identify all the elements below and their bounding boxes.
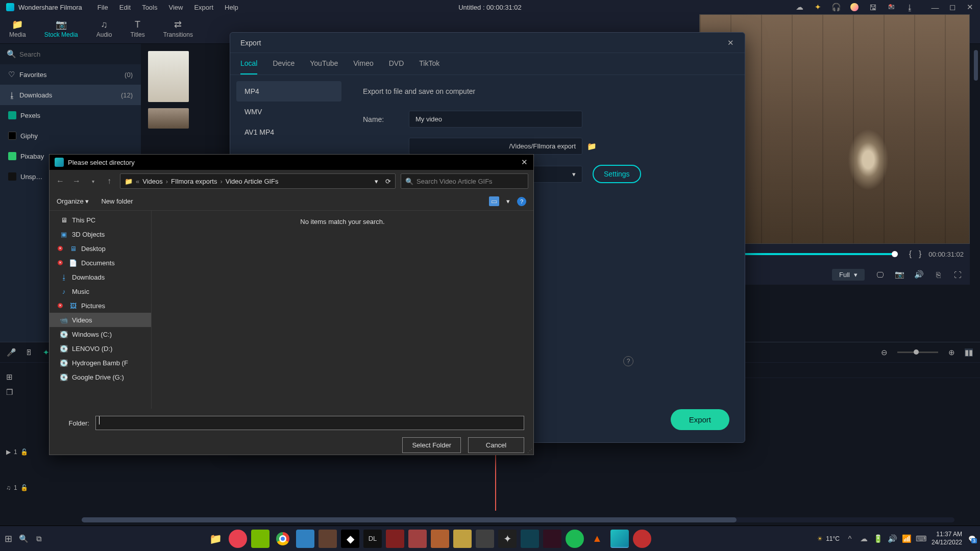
- app-icon[interactable]: [431, 530, 449, 548]
- avatar-icon[interactable]: [850, 3, 859, 11]
- audio-track-label[interactable]: ♫1🔓: [0, 475, 36, 500]
- tree-drive-g[interactable]: 💽Google Drive (G:): [50, 370, 151, 384]
- app-icon[interactable]: [386, 530, 404, 548]
- app-icon[interactable]: [521, 530, 539, 548]
- explorer-icon[interactable]: 📁: [206, 530, 225, 548]
- vlc-icon[interactable]: ▲: [588, 530, 606, 548]
- tool-media[interactable]: 📁Media: [9, 19, 26, 38]
- folder-browse-icon[interactable]: 📁: [587, 142, 596, 151]
- timeline-scrollbar[interactable]: [82, 517, 954, 522]
- select-folder-button[interactable]: Select Folder: [402, 437, 461, 453]
- mark-out-icon[interactable]: }: [919, 249, 921, 259]
- tab-tiktok[interactable]: TikTok: [419, 59, 439, 74]
- breadcrumb[interactable]: 📁 « Videos› FIlmora exports› Video Artic…: [120, 173, 396, 189]
- display-icon[interactable]: 🖵: [876, 270, 884, 279]
- help-icon[interactable]: ?: [517, 197, 526, 206]
- app-icon[interactable]: ✦: [498, 530, 517, 548]
- start-icon[interactable]: ⊞: [4, 535, 12, 543]
- snapshot-icon[interactable]: 📷: [895, 270, 903, 279]
- mixer-icon[interactable]: 🎚: [24, 348, 33, 357]
- app-icon[interactable]: [453, 530, 472, 548]
- app-icon[interactable]: [476, 530, 494, 548]
- tool-titles[interactable]: TTitles: [130, 19, 144, 38]
- nvidia-icon[interactable]: [251, 530, 270, 548]
- vertical-scrollbar[interactable]: [974, 45, 978, 525]
- fit-icon[interactable]: ▮▮: [965, 348, 973, 357]
- app-icon[interactable]: [408, 530, 427, 548]
- onedrive-icon[interactable]: ☁: [860, 535, 868, 543]
- back-icon[interactable]: ←: [55, 177, 66, 186]
- export-button[interactable]: Export: [671, 409, 729, 430]
- maximize-icon[interactable]: ◻: [948, 3, 957, 11]
- tab-device[interactable]: Device: [273, 59, 295, 74]
- format-wmv[interactable]: WMV: [236, 102, 341, 122]
- folder-input[interactable]: [95, 416, 524, 430]
- zoom-out-icon[interactable]: ⊖: [880, 348, 888, 357]
- app-icon[interactable]: [318, 530, 337, 548]
- app-icon[interactable]: [296, 530, 314, 548]
- tree-3d-objects[interactable]: ▣3D Objects: [50, 227, 151, 241]
- tree-music[interactable]: ♪Music: [50, 284, 151, 298]
- tool-stock-media[interactable]: 📷Stock Media: [44, 19, 78, 38]
- menu-tools[interactable]: Tools: [142, 4, 157, 11]
- sidebar-item-giphy[interactable]: Giphy: [0, 126, 141, 146]
- app-icon[interactable]: DL: [363, 530, 382, 548]
- forward-icon[interactable]: →: [71, 177, 82, 186]
- close-icon[interactable]: ✕: [966, 3, 974, 11]
- tray-chevron-icon[interactable]: ^: [846, 535, 854, 543]
- app-icon[interactable]: [633, 530, 651, 548]
- lock-icon[interactable]: 🔓: [20, 484, 28, 491]
- clock[interactable]: 11:37 AM24/12/2022: [932, 531, 962, 546]
- view-dropdown-icon[interactable]: ▾: [506, 197, 510, 205]
- volume-icon[interactable]: 🔊: [915, 270, 923, 279]
- mark-in-icon[interactable]: {: [909, 249, 912, 259]
- tree-documents[interactable]: ✕📄Documents: [50, 256, 151, 270]
- lock-icon[interactable]: 🔓: [20, 448, 28, 456]
- resize-grip[interactable]: ⋰: [527, 448, 532, 454]
- spotify-icon[interactable]: [566, 530, 584, 548]
- tool-transitions[interactable]: ⇄Transitions: [163, 19, 193, 38]
- app-icon[interactable]: ◆: [341, 530, 359, 548]
- zoom-in-icon[interactable]: ⊕: [947, 348, 955, 357]
- settings-button[interactable]: Settings: [593, 165, 641, 183]
- fullscreen-icon[interactable]: ⛶: [953, 270, 962, 279]
- download-icon[interactable]: ⭳: [905, 3, 914, 11]
- tree-drive-f[interactable]: 💽Hydrogen Bamb (F: [50, 356, 151, 370]
- search-icon[interactable]: 🔍: [19, 535, 28, 543]
- menu-edit[interactable]: Edit: [119, 4, 131, 11]
- view-mode-icon[interactable]: ▭: [489, 196, 499, 206]
- task-view-icon[interactable]: ⧉: [35, 535, 43, 543]
- video-track-label[interactable]: ▶1🔓: [0, 439, 36, 465]
- menu-file[interactable]: File: [97, 4, 108, 11]
- name-input[interactable]: [409, 111, 582, 128]
- format-mp4[interactable]: MP4: [236, 81, 341, 102]
- sidebar-item-favorites[interactable]: ♡ Favorites(0): [0, 64, 141, 85]
- sidebar-item-downloads[interactable]: ⭳ Downloads(12): [0, 85, 141, 105]
- tips-icon[interactable]: ✦: [814, 3, 822, 11]
- zoom-slider[interactable]: [897, 352, 938, 353]
- menu-export[interactable]: Export: [194, 4, 213, 11]
- organize-menu[interactable]: Organize ▾: [57, 197, 89, 205]
- opera-icon[interactable]: [229, 530, 247, 548]
- battery-icon[interactable]: 🔋: [874, 535, 883, 543]
- export-frame-icon[interactable]: ⎘: [934, 270, 942, 279]
- quality-dropdown[interactable]: Full▾: [832, 269, 865, 281]
- close-icon[interactable]: ✕: [726, 39, 734, 47]
- tree-desktop[interactable]: ✕🖥Desktop: [50, 241, 151, 256]
- dir-search[interactable]: 🔍 Search Video Article GIFs: [401, 173, 528, 189]
- cancel-button[interactable]: Cancel: [468, 437, 524, 453]
- close-icon[interactable]: ✕: [520, 158, 528, 166]
- media-thumb[interactable]: [148, 108, 189, 129]
- new-folder-button[interactable]: New folder: [101, 197, 133, 205]
- refresh-icon[interactable]: ⟳: [385, 178, 391, 185]
- app-icon[interactable]: [543, 530, 561, 548]
- mic-icon[interactable]: 🎤: [7, 348, 15, 357]
- tab-local[interactable]: Local: [240, 59, 257, 74]
- tree-this-pc[interactable]: 🖥This PC: [50, 213, 151, 227]
- tree-downloads[interactable]: ⭳Downloads: [50, 270, 151, 284]
- tl-tool-icon[interactable]: ⊞: [5, 373, 13, 381]
- sidebar-item-pexels[interactable]: Pexels: [0, 105, 141, 126]
- cloud-icon[interactable]: ☁: [795, 3, 803, 11]
- search-input[interactable]: [19, 51, 134, 58]
- save-icon[interactable]: 🖫: [869, 3, 877, 11]
